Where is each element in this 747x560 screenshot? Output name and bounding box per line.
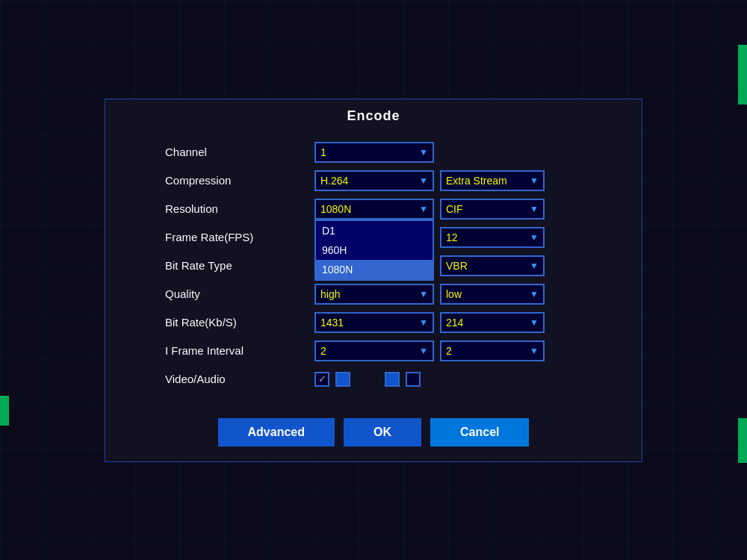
iframe-extra-value: 2: [446, 345, 452, 357]
dialog-title: Encode: [105, 99, 642, 133]
resolution-controls: 1080N ▼ D1 960H 1080N CIF ▼: [314, 199, 619, 220]
framerate-arrow-icon: ▼: [530, 232, 539, 243]
channel-arrow-icon: ▼: [419, 147, 428, 158]
quality-row: Quality high ▼ low ▼: [165, 282, 619, 306]
corner-accent-top-right: [738, 45, 747, 105]
videoaudio-extra-audio-checkbox[interactable]: [406, 372, 421, 387]
resolution-row: Resolution 1080N ▼ D1 960H 1080N CIF ▼: [165, 197, 619, 221]
framerate-value: 12: [446, 231, 458, 243]
quality-extra-select[interactable]: low ▼: [440, 284, 545, 305]
iframe-controls: 2 ▼ 2 ▼: [314, 340, 619, 361]
bitratetype-value: VBR: [446, 260, 468, 272]
resolution-extra-arrow-icon: ▼: [530, 204, 539, 214]
bitratetype-label: Bit Rate Type: [165, 259, 314, 272]
advanced-button[interactable]: Advanced: [218, 418, 335, 447]
framerate-select[interactable]: 12 ▼: [440, 227, 545, 248]
bitrate-extra-value: 214: [446, 317, 463, 329]
iframe-main-select[interactable]: 2 ▼: [314, 340, 434, 361]
compression-extra-value: Extra Stream: [446, 175, 507, 187]
videoaudio-controls: [314, 372, 619, 387]
channel-label: Channel: [165, 146, 314, 158]
iframe-extra-arrow-icon: ▼: [530, 346, 539, 356]
channel-row: Channel 1 ▼: [165, 140, 619, 164]
iframe-extra-select[interactable]: 2 ▼: [440, 340, 545, 361]
quality-label: Quality: [165, 287, 314, 300]
compression-row: Compression H.264 ▼ Extra Stream ▼: [165, 169, 619, 193]
resolution-label: Resolution: [165, 202, 314, 215]
compression-extra-arrow-icon: ▼: [530, 175, 539, 186]
framerate-label: Frame Rate(FPS): [165, 231, 314, 243]
videoaudio-main-audio-checkbox[interactable]: [335, 372, 350, 387]
quality-main-arrow-icon: ▼: [419, 289, 428, 299]
videoaudio-main-video-checkbox[interactable]: [314, 372, 329, 387]
resolution-option-d1[interactable]: D1: [316, 221, 433, 240]
iframe-label: I Frame Interval: [165, 344, 314, 357]
bitrate-extra-select[interactable]: 214 ▼: [440, 312, 545, 333]
resolution-main-select[interactable]: 1080N ▼: [314, 199, 434, 220]
bitratetype-select[interactable]: VBR ▼: [440, 255, 545, 276]
compression-label: Compression: [165, 174, 314, 187]
corner-accent-bottom-left: [0, 396, 9, 426]
bitrate-extra-arrow-icon: ▼: [530, 317, 539, 328]
resolution-extra-value: CIF: [446, 203, 463, 215]
quality-main-value: high: [320, 288, 340, 300]
cancel-button[interactable]: Cancel: [430, 418, 529, 447]
bitrate-main-arrow-icon: ▼: [419, 317, 428, 328]
dialog-footer: Advanced OK Cancel: [105, 418, 642, 447]
videoaudio-row: Video/Audio: [165, 367, 619, 391]
resolution-main-value: 1080N: [320, 203, 351, 215]
compression-main-arrow-icon: ▼: [419, 175, 428, 186]
dialog-body: Channel 1 ▼ Compression H.264 ▼ Extra St…: [105, 133, 642, 403]
quality-main-select[interactable]: high ▼: [314, 284, 434, 305]
bitrate-main-select[interactable]: 1431 ▼: [314, 312, 434, 333]
videoaudio-label: Video/Audio: [165, 373, 314, 385]
iframe-row: I Frame Interval 2 ▼ 2 ▼: [165, 339, 619, 363]
iframe-main-arrow-icon: ▼: [419, 346, 428, 356]
resolution-arrow-icon: ▼: [419, 204, 428, 214]
encode-dialog: Encode Channel 1 ▼ Compression H.264 ▼ E…: [105, 99, 642, 462]
quality-extra-value: low: [446, 288, 462, 300]
compression-main-value: H.264: [320, 175, 348, 187]
bitrate-row: Bit Rate(Kb/S) 1431 ▼ 214 ▼: [165, 311, 619, 335]
channel-controls: 1 ▼: [314, 142, 619, 163]
compression-controls: H.264 ▼ Extra Stream ▼: [314, 170, 619, 191]
quality-controls: high ▼ low ▼: [314, 284, 619, 305]
resolution-dropdown-menu: D1 960H 1080N: [314, 220, 434, 281]
ok-button[interactable]: OK: [344, 418, 421, 447]
quality-extra-arrow-icon: ▼: [530, 289, 539, 299]
resolution-option-960h[interactable]: 960H: [316, 240, 433, 260]
corner-accent-bottom-right: [738, 418, 747, 463]
compression-extra-select[interactable]: Extra Stream ▼: [440, 170, 545, 191]
compression-main-select[interactable]: H.264 ▼: [314, 170, 434, 191]
channel-select[interactable]: 1 ▼: [314, 142, 434, 163]
bitratetype-arrow-icon: ▼: [530, 261, 539, 271]
channel-value: 1: [320, 146, 326, 158]
resolution-option-1080n[interactable]: 1080N: [316, 260, 433, 279]
bitrate-label: Bit Rate(Kb/S): [165, 316, 314, 329]
resolution-extra-select[interactable]: CIF ▼: [440, 199, 545, 220]
resolution-dropdown-wrapper: 1080N ▼ D1 960H 1080N: [314, 199, 434, 220]
videoaudio-extra-video-checkbox[interactable]: [385, 372, 400, 387]
bitrate-main-value: 1431: [320, 317, 344, 329]
iframe-main-value: 2: [320, 345, 326, 357]
bitrate-controls: 1431 ▼ 214 ▼: [314, 312, 619, 333]
